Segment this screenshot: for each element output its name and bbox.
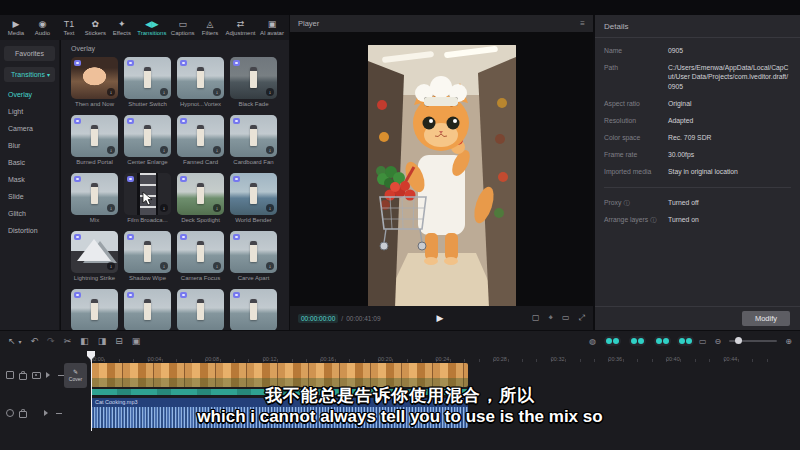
transition-item[interactable]: ↓ Cardboard Fan (230, 115, 277, 166)
timeline-tool-icon[interactable]: ◨ (98, 336, 107, 346)
toolbar-item[interactable]: ◬ Filters (199, 20, 221, 36)
timeline-tool-icon[interactable]: ▾ (19, 338, 22, 345)
transition-item[interactable]: ↓ World Bender (230, 173, 277, 224)
toolbar-item-icon: ⇄ (237, 20, 245, 29)
sidebar-group-transitions[interactable]: Transitions ▾ (4, 67, 55, 82)
sidebar-category-item[interactable]: Mask (0, 171, 59, 188)
zoom-in-icon[interactable]: ⊕ (785, 337, 792, 346)
player-menu-icon[interactable]: ≡ (580, 19, 585, 28)
sidebar-category-label: Overlay (8, 91, 32, 98)
transition-name: Fanned Card (177, 159, 224, 166)
transition-item[interactable]: ↓ Shadow Wipe (124, 231, 171, 282)
zoom-out-icon[interactable]: ⊖ (715, 337, 722, 346)
transition-thumbnail: ↓ (177, 57, 224, 99)
toolbar-item[interactable]: ✿ Stickers (84, 20, 106, 36)
transition-item[interactable]: ↓ Film Broadca... (124, 173, 171, 224)
transition-item[interactable]: ↓ (230, 289, 277, 330)
timeline-tool-icon[interactable]: ↷ (47, 336, 55, 346)
record-voiceover-icon[interactable]: ◍ (589, 337, 596, 346)
transition-item[interactable]: ↓ Mix (71, 173, 118, 224)
details-panel: Details Name 0905 Path C:/Users/Emenwa/A… (595, 15, 800, 330)
timeline-tool-icon[interactable]: ✂ (64, 336, 72, 346)
toolbar-item[interactable]: ✦ Effects (111, 20, 133, 36)
main-track-icon[interactable] (6, 371, 14, 379)
toolbar-item[interactable]: ⇄ Adjustment (225, 20, 255, 36)
transition-item[interactable]: ↓ Carve Apart (230, 231, 277, 282)
transition-item[interactable]: ↓ Fanned Card (177, 115, 224, 166)
timeline-toggle[interactable] (654, 336, 671, 346)
edit-pencil-icon: ✎ (73, 369, 78, 376)
transition-item[interactable]: ↓ (124, 289, 171, 330)
modify-button[interactable]: Modify (742, 311, 790, 326)
lock-icon[interactable] (19, 373, 27, 380)
details-row-value: 30.00fps (668, 150, 791, 159)
details-row-label: Arrange layersⓘ (604, 215, 668, 224)
player-control-icon[interactable]: ⌖ (549, 313, 554, 323)
transition-name: Black Fade (230, 101, 277, 108)
sidebar-category-item[interactable]: Basic (0, 154, 59, 171)
timeline-toggle[interactable] (629, 336, 646, 346)
timeline-toggle[interactable] (604, 336, 621, 346)
details-row-value: Stay in original location (668, 167, 791, 176)
vip-badge-icon (180, 118, 187, 124)
timeline-toggle[interactable] (677, 336, 694, 346)
sidebar-category-item[interactable]: Overlay (0, 86, 59, 103)
toolbar-item[interactable]: T1 Text (58, 20, 80, 36)
sidebar-category-item[interactable]: Blur (0, 137, 59, 154)
vip-badge-icon (233, 60, 240, 66)
hide-track-icon[interactable] (32, 372, 41, 379)
transition-thumbnail: ↓ (124, 231, 171, 273)
transition-thumbnail: ↓ (230, 231, 277, 273)
transition-item[interactable]: ↓ (177, 289, 224, 330)
zoom-slider-handle[interactable] (735, 337, 742, 344)
details-row-value: Turned off (668, 198, 791, 207)
mute-icon[interactable] (46, 372, 53, 378)
transition-thumbnail: ↓ (230, 115, 277, 157)
transition-item[interactable]: ↓ Black Fade (230, 57, 277, 108)
sidebar-category-item[interactable]: Glitch (0, 205, 59, 222)
sidebar-category-item[interactable]: Light (0, 103, 59, 120)
sidebar-category-item[interactable]: Camera (0, 120, 59, 137)
transition-item[interactable]: ↓ Hypnot...Vortex (177, 57, 224, 108)
download-icon: ↓ (213, 204, 221, 212)
transition-item[interactable]: ↓ Center Enlarge (124, 115, 171, 166)
player-control-icon[interactable]: ⤢ (579, 313, 585, 323)
toolbar-item-icon: ✿ (92, 20, 100, 29)
transition-item[interactable]: ↓ Deck Spotlight (177, 173, 224, 224)
timeline-tool-icon[interactable]: ◧ (80, 336, 89, 346)
timeline-ruler[interactable]: 00:00 00:04 00:08 00:12 00:16 00:20 00:2… (0, 351, 800, 362)
vip-badge-icon (233, 292, 240, 298)
transition-item[interactable]: ↓ Shutter Switch (124, 57, 171, 108)
transition-item[interactable]: ↓ Burned Portal (71, 115, 118, 166)
download-icon: ↓ (160, 88, 168, 96)
transition-item[interactable]: ↓ Camera Focus (177, 231, 224, 282)
current-time: 00:00:00:00 (298, 314, 338, 323)
transition-item[interactable]: ↓ Lightning Strike (71, 231, 118, 282)
vip-badge-icon (233, 118, 240, 124)
toolbar-item[interactable]: ▣ AI avatar (260, 20, 284, 36)
toolbar-item[interactable]: ◉ Audio (31, 20, 53, 36)
sidebar-category-item[interactable]: Slide (0, 188, 59, 205)
timeline-tool-icon[interactable]: ▣ (132, 336, 141, 346)
toolbar-item[interactable]: ▭ Captions (171, 20, 195, 36)
toolbar-item-label: Effects (113, 30, 131, 36)
sidebar-category-item[interactable]: Distortion (0, 222, 59, 239)
details-row: Resolution Adapted (604, 116, 791, 125)
toolbar-item[interactable]: ▶ Media (5, 20, 27, 36)
toolbar-item[interactable]: ◀▶ Transitions (137, 20, 166, 36)
info-icon: ⓘ (650, 217, 656, 223)
player-control-icon[interactable]: ▭ (562, 313, 570, 323)
preview-axis-icon[interactable]: ▭ (699, 337, 707, 346)
toolbar-item-label: Text (63, 30, 74, 36)
timeline-tool-icon[interactable]: ↶ (31, 336, 39, 346)
sidebar-category-label: Camera (8, 125, 33, 132)
player-control-icon[interactable]: ▢ (532, 313, 540, 323)
transition-item[interactable]: ↓ Then and Now (71, 57, 118, 108)
download-icon: ↓ (107, 88, 115, 96)
timeline-tool-icon[interactable]: ↖ (8, 336, 16, 346)
transition-item[interactable]: ↓ (71, 289, 118, 330)
timeline-zoom-slider[interactable] (729, 340, 777, 342)
sidebar-item-favorites[interactable]: Favorites (4, 46, 55, 61)
play-button[interactable]: ▶ (437, 313, 444, 323)
timeline-tool-icon[interactable]: ⊟ (115, 336, 123, 346)
